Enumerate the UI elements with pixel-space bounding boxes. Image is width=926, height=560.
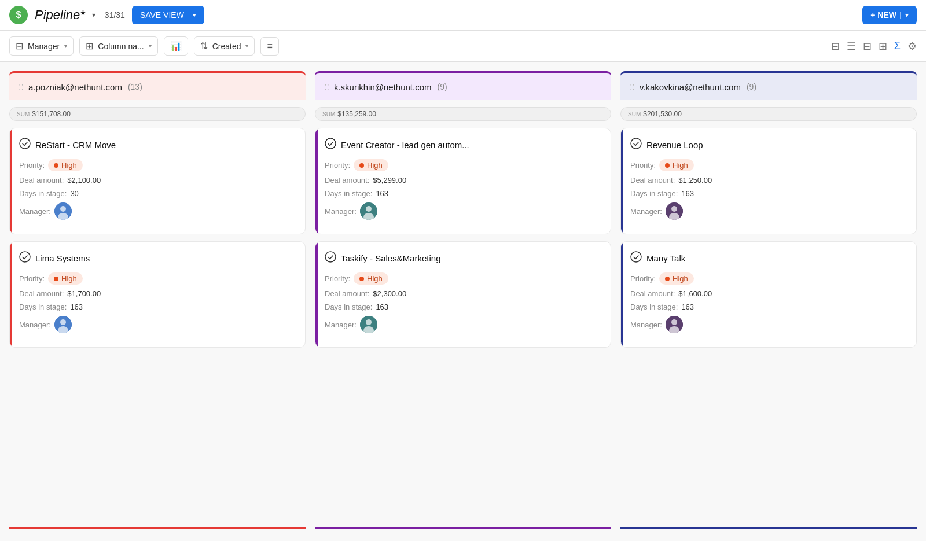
days-in-stage-value: 163 [681, 303, 694, 311]
chart-button[interactable]: 📊 [164, 36, 188, 56]
column-label: Column na... [98, 42, 144, 51]
priority-badge: High [659, 159, 694, 171]
priority-dot [54, 163, 58, 168]
deal-card-d1[interactable]: ReStart - CRM Move Priority: High Deal a… [9, 128, 306, 234]
svg-point-10 [366, 206, 372, 212]
svg-point-2 [60, 206, 66, 212]
manager-label: Manager: [630, 320, 662, 329]
sum-label: SUM [322, 111, 335, 117]
deal-card-d3[interactable]: Event Creator - lead gen autom... Priori… [315, 128, 611, 234]
svg-point-4 [20, 252, 30, 262]
deal-card-d6[interactable]: Many Talk Priority: High Deal amount: $1… [620, 241, 917, 348]
new-button[interactable]: + NEW ▾ [862, 6, 917, 24]
drag-handle[interactable]: :: [19, 82, 24, 92]
deal-title: Revenue Loop [630, 138, 907, 152]
column-header-col3: :: v.kakovkina@nethunt.com (9) [620, 71, 917, 100]
priority-field: Priority: High [630, 159, 907, 171]
days-in-stage-field: Days in stage: 163 [325, 189, 601, 198]
manager-label: Manager: [325, 207, 357, 216]
filter-bar: ⊟ Manager ▾ ⊞ Column na... ▾ 📊 ⇅ Created… [0, 31, 926, 62]
priority-value: High [61, 161, 77, 170]
deal-amount-value: $1,700.00 [67, 289, 101, 298]
new-dropdown-arrow[interactable]: ▾ [900, 12, 909, 19]
column-header-col2: :: k.skurikhin@nethunt.com (9) [315, 71, 611, 100]
days-in-stage-value: 163 [70, 303, 83, 311]
column-icon: ⊞ [86, 40, 93, 51]
days-in-stage-label: Days in stage: [19, 189, 67, 198]
app-logo: $ [9, 6, 28, 24]
svg-point-8 [325, 138, 336, 149]
deal-amount-field: Deal amount: $1,600.00 [630, 289, 907, 298]
check-icon [630, 251, 642, 266]
sort-icon: ⇅ [200, 40, 208, 51]
priority-label: Priority: [325, 274, 350, 283]
layout-sidebar-icon[interactable]: ⊟ [831, 40, 840, 53]
svg-point-22 [671, 319, 677, 325]
manager-label: Manager: [325, 320, 357, 329]
drag-handle[interactable]: :: [324, 82, 329, 92]
manager-filter[interactable]: ⊟ Manager ▾ [9, 36, 74, 56]
column-count: (9) [747, 82, 756, 91]
settings-icon[interactable]: ⚙ [907, 40, 917, 53]
priority-badge: High [354, 272, 388, 285]
list-icon[interactable]: ☰ [847, 40, 856, 53]
deal-amount-label: Deal amount: [19, 289, 64, 298]
sigma-icon[interactable]: Σ [894, 40, 901, 52]
priority-field: Priority: High [630, 272, 907, 285]
deal-title: Event Creator - lead gen autom... [325, 138, 601, 152]
manager-label: Manager: [19, 207, 51, 216]
deal-amount-field: Deal amount: $1,700.00 [19, 289, 296, 298]
deal-amount-value: $2,100.00 [67, 176, 101, 185]
sum-label: SUM [17, 111, 30, 117]
app-title: Pipeline* [35, 8, 85, 23]
priority-value: High [673, 274, 688, 283]
deal-amount-value: $5,299.00 [373, 176, 406, 185]
days-in-stage-value: 163 [681, 189, 694, 198]
days-in-stage-label: Days in stage: [630, 303, 678, 311]
avatar [666, 316, 683, 333]
priority-value: High [367, 274, 383, 283]
svg-point-6 [60, 319, 66, 325]
sum-label: SUM [628, 111, 641, 117]
manager-label: Manager: [19, 320, 51, 329]
column-count: (9) [438, 82, 447, 91]
days-in-stage-field: Days in stage: 163 [630, 303, 907, 311]
deal-card-d5[interactable]: Revenue Loop Priority: High Deal amount:… [620, 128, 917, 234]
priority-dot [665, 277, 670, 281]
priority-label: Priority: [325, 161, 350, 170]
drag-handle[interactable]: :: [630, 82, 635, 92]
check-icon [325, 138, 336, 152]
svg-point-16 [631, 138, 641, 149]
priority-label: Priority: [630, 161, 656, 170]
check-icon [325, 251, 336, 266]
avatar [54, 202, 72, 220]
sum-value: $135,259.00 [337, 110, 376, 118]
column-email: a.pozniak@nethunt.com [28, 82, 122, 92]
column-col1: :: a.pozniak@nethunt.com (13) SUM$151,70… [9, 71, 306, 532]
deal-amount-label: Deal amount: [325, 176, 369, 185]
priority-label: Priority: [19, 161, 45, 170]
pipeline-dropdown-arrow[interactable]: ▾ [92, 11, 95, 19]
priority-dot [359, 277, 364, 281]
manager-field: Manager: [19, 202, 296, 220]
sort-filter[interactable]: ⇅ Created ▾ [194, 36, 255, 56]
priority-dot [665, 163, 670, 168]
days-in-stage-value: 163 [376, 189, 388, 198]
kanban-board: :: a.pozniak@nethunt.com (13) SUM$151,70… [0, 62, 926, 541]
filter-icon[interactable]: ⊟ [863, 40, 872, 53]
deal-card-d2[interactable]: Lima Systems Priority: High Deal amount:… [9, 241, 306, 348]
days-in-stage-label: Days in stage: [325, 189, 372, 198]
column-email: k.skurikhin@nethunt.com [334, 82, 432, 92]
filter-lines-button[interactable]: ≡ [260, 37, 278, 56]
svg-point-18 [671, 206, 677, 212]
column-filter[interactable]: ⊞ Column na... ▾ [79, 36, 157, 56]
priority-dot [54, 277, 58, 281]
save-view-button[interactable]: SAVE VIEW ▾ [132, 6, 204, 24]
deal-amount-field: Deal amount: $2,300.00 [325, 289, 601, 298]
deal-card-d4[interactable]: Taskify - Sales&Marketing Priority: High… [315, 241, 611, 348]
priority-label: Priority: [19, 274, 45, 283]
save-view-dropdown-arrow[interactable]: ▾ [188, 12, 196, 19]
svg-point-20 [631, 252, 641, 262]
columns-icon[interactable]: ⊞ [879, 40, 887, 53]
sort-dropdown-arrow: ▾ [245, 43, 248, 49]
